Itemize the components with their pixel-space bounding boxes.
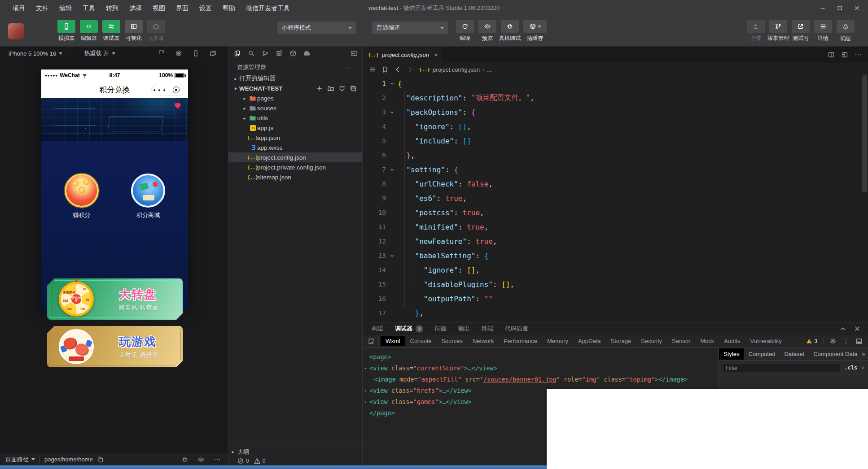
menu-item-视图[interactable]: 视图: [147, 0, 171, 16]
toolbar-button-phone[interactable]: 模拟器: [57, 20, 75, 42]
devtools-tab-AppData[interactable]: AppData: [573, 336, 606, 346]
toolbar-button-branch[interactable]: 版本管理: [769, 20, 787, 42]
plus-icon[interactable]: [316, 85, 323, 92]
collapse-panel-icon[interactable]: [839, 325, 846, 332]
devtools-tab-Memory[interactable]: Memory: [542, 336, 573, 346]
git-icon[interactable]: [262, 50, 269, 57]
styles-tab-Dataset[interactable]: Dataset: [780, 348, 809, 360]
toolbar-button-eye[interactable]: 预览: [478, 20, 496, 42]
tree-item-souces[interactable]: ▸souces: [228, 103, 362, 113]
collapseall-icon[interactable]: [350, 85, 357, 92]
tree-item-app.json[interactable]: {..}app.json: [228, 133, 362, 143]
nav-forward-icon[interactable]: [407, 66, 414, 73]
menu-item-转到[interactable]: 转到: [101, 0, 124, 16]
menu-item-项目[interactable]: 项目: [7, 0, 31, 16]
menu-item-设置[interactable]: 设置: [194, 0, 217, 16]
tree-item-pages[interactable]: ▸pages: [228, 93, 362, 103]
dock-side-icon[interactable]: [855, 338, 863, 345]
fold-chevron-icon[interactable]: [386, 167, 398, 173]
expand-arrow-icon[interactable]: ▸: [364, 400, 367, 404]
close-panel-icon[interactable]: [854, 325, 861, 332]
fold-chevron-icon[interactable]: [386, 81, 398, 87]
menu-item-界面[interactable]: 界面: [171, 0, 194, 16]
collapse-sidebar-icon[interactable]: [351, 50, 358, 57]
overflow-tabs-icon[interactable]: »: [862, 351, 868, 357]
toolbar-button-layers[interactable]: 清缓存: [523, 20, 547, 42]
close-button[interactable]: [848, 0, 865, 16]
menu-item-帮助[interactable]: 帮助: [217, 0, 241, 16]
breadcrumb-file[interactable]: {..} project.config.json › ...: [419, 66, 492, 73]
toolbar-button-bell[interactable]: 消息: [837, 20, 855, 42]
editor-tab-project-config[interactable]: {..} project.config.json ×: [363, 47, 443, 63]
appmode-select[interactable]: 小程序模式: [277, 22, 356, 34]
devtools-tab-Sensor[interactable]: Sensor: [667, 336, 695, 346]
extensions-icon[interactable]: [276, 50, 283, 57]
compile-select[interactable]: 普通编译: [372, 22, 448, 34]
wxml-node[interactable]: <page>: [363, 351, 719, 362]
heart-icon[interactable]: [174, 102, 182, 109]
editor-scrollbar[interactable]: [862, 75, 867, 192]
menu-item-选择[interactable]: 选择: [124, 0, 147, 16]
tree-item-app.wxss[interactable]: app.wxss: [228, 143, 362, 152]
toolbar-button-listicon[interactable]: 详情: [814, 20, 832, 42]
nav-back-icon[interactable]: [394, 66, 401, 73]
more-options-icon[interactable]: [842, 338, 850, 345]
tree-item-sitemap.json[interactable]: {..}sitemap.json: [228, 172, 362, 182]
devtools-tab-Vulnerability[interactable]: Vulnerability: [745, 336, 786, 346]
folderplus-icon[interactable]: [327, 85, 334, 92]
debugger-tab-构建[interactable]: 构建: [372, 325, 383, 333]
earn-points-button[interactable]: [65, 174, 99, 208]
tree-item-WECHAT-TEST[interactable]: ▾WECHAT-TEST: [228, 83, 362, 93]
expand-arrow-icon[interactable]: ▸: [364, 366, 367, 370]
debugger-tab-输出[interactable]: 输出: [458, 325, 470, 333]
new-style-rule-button[interactable]: +: [861, 364, 865, 371]
copy-path-button[interactable]: [96, 456, 104, 463]
toolbar-button-code[interactable]: 编辑器: [80, 20, 98, 42]
bug-icon[interactable]: [181, 456, 189, 463]
toolbar-button-refresh[interactable]: 编译: [456, 20, 474, 42]
rotate-icon[interactable]: [158, 50, 165, 57]
toolbar-button-sliders[interactable]: 调试器: [102, 20, 120, 42]
splitv-icon[interactable]: [828, 51, 835, 58]
debugger-tab-终端[interactable]: 终端: [482, 325, 493, 333]
toolbar-button-external[interactable]: 测试号: [792, 20, 810, 42]
points-mall-button[interactable]: [131, 174, 165, 208]
device-select[interactable]: iPhone 5 100% 16: [0, 50, 62, 57]
styles-filter-input[interactable]: Filter: [723, 363, 841, 372]
styles-tab-Computed[interactable]: Computed: [744, 348, 780, 360]
menu-item-文件[interactable]: 文件: [31, 0, 54, 16]
minimize-button[interactable]: [814, 0, 831, 16]
more-icon[interactable]: [214, 456, 221, 463]
more-menu-button[interactable]: ● ● ●: [152, 88, 168, 92]
close-tab-icon[interactable]: ×: [434, 52, 438, 58]
minibar-close-button[interactable]: [168, 87, 184, 93]
box-icon[interactable]: [289, 50, 297, 57]
devtools-tab-Security[interactable]: Security: [636, 336, 667, 346]
fold-chevron-icon[interactable]: [386, 109, 398, 115]
warning-counter[interactable]: 3: [806, 338, 817, 344]
code-area[interactable]: 1{2 "description": "项目配置文件。",3 "packOpti…: [363, 76, 868, 322]
wxml-node[interactable]: ▸<view class="currentScore">…</view>: [363, 362, 719, 373]
styles-tab-Styles[interactable]: Styles: [719, 348, 744, 360]
menu-item-微信开发者工具[interactable]: 微信开发者工具: [241, 0, 295, 16]
menu-item-工具[interactable]: 工具: [77, 0, 101, 16]
maximize-button[interactable]: [831, 0, 848, 16]
explorer-more-button[interactable]: ···: [345, 64, 352, 71]
layout-icon[interactable]: [841, 51, 848, 58]
banner-image[interactable]: [41, 98, 188, 141]
cloudf-icon[interactable]: [303, 50, 311, 57]
tree-item-project.private.config.json[interactable]: {..}project.private.config.json: [228, 162, 362, 172]
lucky-wheel-card[interactable]: 开始抽奖 谢谢参与 18 88 888 288 188 大转盘 踏春风 转惊喜: [47, 278, 183, 320]
devtools-tab-Wxml[interactable]: Wxml: [381, 336, 405, 346]
outline-list-icon[interactable]: [369, 66, 376, 73]
tree-item-project.config.json[interactable]: {..}project.config.json: [228, 152, 362, 162]
device-icon[interactable]: [192, 50, 199, 57]
toolbar-button-layout[interactable]: 可视化: [125, 20, 143, 42]
settings-icon[interactable]: [829, 338, 837, 345]
record-icon[interactable]: [175, 50, 182, 57]
toggle-class-button[interactable]: .cls: [844, 365, 857, 371]
fold-chevron-icon[interactable]: [386, 253, 398, 259]
windows-icon[interactable]: [209, 50, 216, 57]
wxml-node[interactable]: <image mode="aspectFill" src="/souces/ba…: [363, 373, 719, 385]
devtools-tab-Network[interactable]: Network: [468, 336, 499, 346]
